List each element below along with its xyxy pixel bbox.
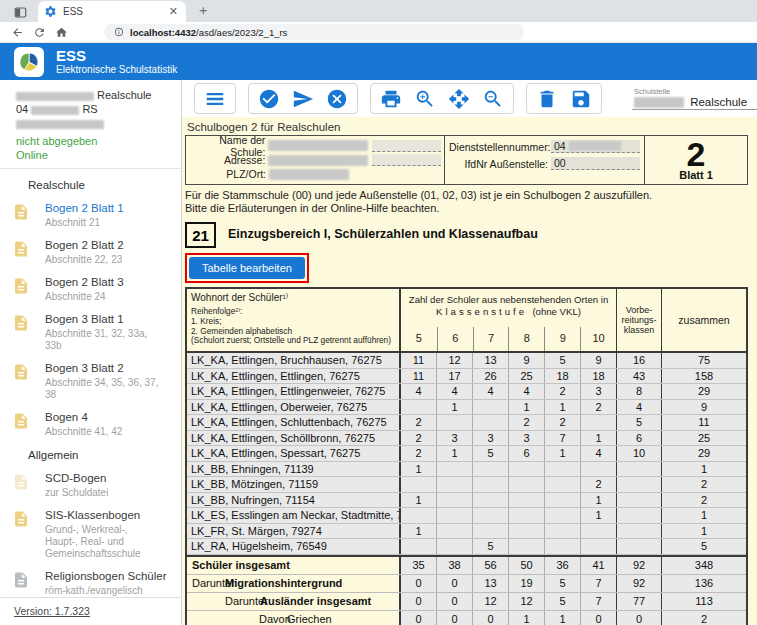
info-icon[interactable] bbox=[114, 27, 124, 37]
table-row-label: LK_KA, Ettlingen, Oberweier, 76275 bbox=[187, 400, 401, 415]
document-icon bbox=[12, 240, 30, 258]
table-cell: 1 bbox=[437, 400, 473, 415]
browser-address-bar: localhost:4432/asd/aes/2023/2_1_rs bbox=[0, 22, 757, 43]
table-cell bbox=[617, 462, 662, 477]
plz-label: PLZ/Ort: bbox=[189, 168, 269, 180]
summary-row-label: DarunterAusländer insgesamt bbox=[187, 593, 401, 610]
document-icon bbox=[12, 473, 30, 491]
section-number-box: 21 bbox=[185, 222, 216, 248]
summary-row-label: Schüler insgesamt bbox=[187, 557, 401, 574]
table-cell: 5 bbox=[473, 539, 509, 554]
table-cell bbox=[581, 539, 617, 554]
table-cell: 3 bbox=[509, 431, 545, 446]
table-summary-row: DarunterAusländer insgesamt0012125777113 bbox=[187, 593, 746, 611]
sidebar-item[interactable]: Bogen 2 Blatt 1Abschnitt 21 bbox=[0, 197, 181, 234]
table-row: LK_KA, Ettlingen, Ettlingen, 76275111726… bbox=[187, 369, 746, 385]
vorbereitungsklassen-header: Vorbe-reitungs-klassen bbox=[617, 289, 662, 351]
table-row-label: LK_RA, Hügelsheim, 76549 bbox=[187, 539, 401, 554]
table-cell bbox=[617, 477, 662, 492]
plz-field[interactable] bbox=[269, 169, 349, 180]
sidebar-item-subtitle: Abschnitte 41, 42 bbox=[45, 426, 163, 438]
table-cell bbox=[509, 508, 545, 523]
sidebar-item[interactable]: SIS-KlassenbogenGrund-, Werkreal-, Haupt… bbox=[0, 504, 181, 565]
tabelle-bearbeiten-button[interactable]: Tabelle bearbeiten bbox=[189, 257, 305, 279]
sidebar-item[interactable]: SCD-Bogenzur Schuldatei bbox=[0, 467, 181, 504]
table-cell: 2 bbox=[581, 477, 617, 492]
sidebar-item[interactable]: Bogen 3 Blatt 1Abschnitte 31, 32, 33a, 3… bbox=[0, 308, 181, 357]
delete-button[interactable] bbox=[536, 88, 558, 110]
table-cell: 38 bbox=[437, 557, 473, 574]
table-cell: 26 bbox=[473, 369, 509, 384]
check-circle-button[interactable] bbox=[258, 88, 280, 110]
sidebar-item[interactable]: Bogen 2 Blatt 3Abschnitte 24 bbox=[0, 271, 181, 308]
table-cell: 29 bbox=[662, 446, 746, 461]
table-cell: 43 bbox=[617, 369, 662, 384]
browser-tab[interactable]: ESS ✕ bbox=[38, 1, 186, 22]
table-row: LK_KA, Ettlingen, Oberweier, 76275111249 bbox=[187, 400, 746, 416]
sidebar-item[interactable]: Bogen 3 Blatt 2Abschnitte 34, 35, 36, 37… bbox=[0, 357, 181, 406]
table-cell: 11 bbox=[662, 415, 746, 430]
table-cell bbox=[473, 415, 509, 430]
sidebar-item[interactable]: Bogen 2 Blatt 2Abschnitte 22, 23 bbox=[0, 234, 181, 271]
sheet-label: Blatt 1 bbox=[679, 169, 713, 181]
table-cell: 10 bbox=[617, 446, 662, 461]
table-cell: 2 bbox=[401, 415, 437, 430]
back-icon[interactable] bbox=[8, 24, 26, 40]
table-cell: 1 bbox=[662, 462, 746, 477]
table-cell bbox=[473, 400, 509, 415]
table-row: LK_KA, Ettlingen, Schöllbronn, 762752333… bbox=[187, 431, 746, 447]
schulstelle-value: Realschule bbox=[690, 96, 747, 108]
table-cell bbox=[509, 539, 545, 554]
sidebar-nav: RealschuleBogen 2 Blatt 1Abschnitt 21Bog… bbox=[0, 169, 181, 597]
send-button[interactable] bbox=[292, 88, 314, 110]
table-row-label: LK_KA, Ettlingen, Spessart, 76275 bbox=[187, 446, 401, 461]
tab-actions-icon[interactable] bbox=[6, 3, 34, 21]
sidebar-item[interactable]: Religionsbogen Schülerröm-kath./evangeli… bbox=[0, 565, 181, 597]
table-cell: 3 bbox=[473, 431, 509, 446]
table-cell: 7 bbox=[545, 431, 581, 446]
sidebar-item-label: SIS-Klassenbogen bbox=[45, 509, 163, 522]
refresh-icon[interactable] bbox=[30, 24, 48, 40]
name-field-2[interactable] bbox=[372, 140, 441, 152]
table-cell: 7 bbox=[581, 593, 617, 610]
print-button[interactable] bbox=[380, 88, 402, 110]
zoom-in-button[interactable] bbox=[414, 88, 436, 110]
table-cell: 0 bbox=[473, 611, 509, 625]
table-cell bbox=[509, 477, 545, 492]
table-cell bbox=[473, 477, 509, 492]
table-cell: 6 bbox=[617, 431, 662, 446]
table-cell: 2 bbox=[662, 611, 746, 625]
section-title: Einzugsbereich I, Schülerzahlen und Klas… bbox=[228, 227, 538, 241]
tab-close-icon[interactable]: ✕ bbox=[167, 5, 180, 18]
table-cell: 4 bbox=[401, 384, 437, 399]
sidebar-item-subtitle: Grund-, Werkreal-, Haupt-, Real- und Gem… bbox=[45, 524, 163, 560]
table-cell: 1 bbox=[545, 400, 581, 415]
table-cell: 5 bbox=[662, 539, 746, 554]
app-subtitle: Elektronische Schulstatistik bbox=[56, 64, 177, 75]
table-row-label: LK_KA, Ettlingen, Schöllbronn, 76275 bbox=[187, 431, 401, 446]
sidebar-item[interactable]: Bogen 4Abschnitte 41, 42 bbox=[0, 406, 181, 443]
grade-column-header: 5 bbox=[401, 327, 437, 351]
new-tab-button[interactable]: ＋ bbox=[196, 2, 210, 22]
sidebar-item-label: Bogen 2 Blatt 3 bbox=[45, 276, 163, 289]
table-cell bbox=[545, 477, 581, 492]
table-cell: 3 bbox=[437, 431, 473, 446]
ifdnr-field[interactable]: 00 bbox=[551, 157, 640, 170]
dienststellennummer-field[interactable]: 04 bbox=[551, 140, 640, 153]
menu-button[interactable] bbox=[204, 88, 226, 110]
save-button[interactable] bbox=[570, 88, 592, 110]
name-field[interactable] bbox=[268, 140, 367, 151]
table-cell: 2 bbox=[401, 431, 437, 446]
table-cell: 77 bbox=[617, 593, 662, 610]
move-button[interactable] bbox=[448, 88, 470, 110]
version-link[interactable]: Version: 1.7.323 bbox=[14, 605, 90, 617]
table-cell: 11 bbox=[401, 369, 437, 384]
adresse-field-2[interactable] bbox=[372, 154, 441, 166]
ifdnr-label: IfdNr Außenstelle: bbox=[449, 158, 551, 170]
home-icon[interactable] bbox=[52, 24, 70, 40]
schulstelle-select[interactable]: Schulstelle Realschule ▼ bbox=[632, 87, 757, 110]
zoom-out-button[interactable] bbox=[482, 88, 504, 110]
url-field[interactable]: localhost:4432/asd/aes/2023/2_1_rs bbox=[104, 24, 524, 40]
adresse-field[interactable] bbox=[268, 155, 367, 166]
cancel-circle-button[interactable] bbox=[326, 88, 348, 110]
